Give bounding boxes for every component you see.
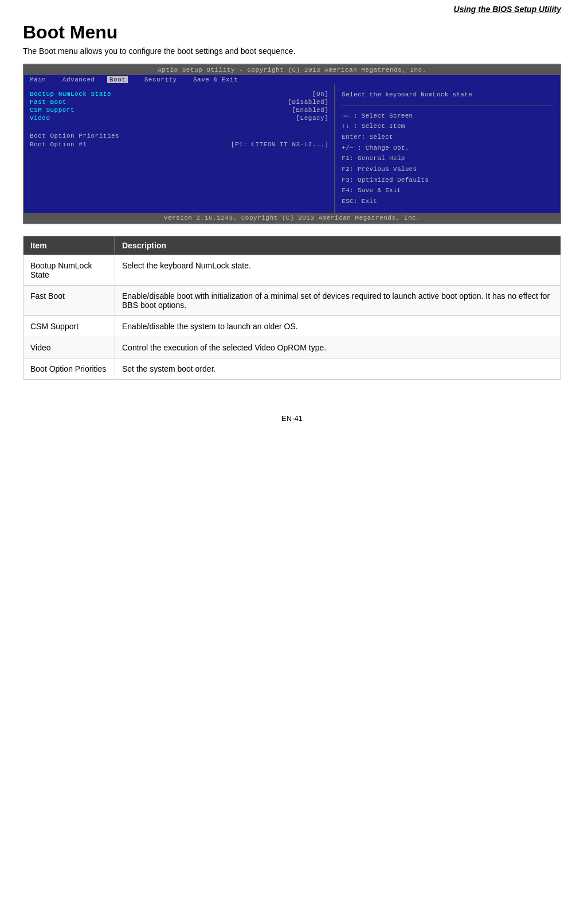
- menu-main: Main: [30, 76, 58, 83]
- page-title: Boot Menu: [23, 22, 561, 43]
- menu-save-exit: Save & Exit: [193, 76, 238, 83]
- nav-esc: ESC: Exit: [342, 196, 553, 207]
- page-number: EN-41: [281, 414, 303, 423]
- bios-divider: [342, 106, 553, 106]
- bios-footer: Version 2.16.1243. Copyright (C) 2013 Am…: [24, 213, 560, 223]
- nav-f4: F4: Save & Exit: [342, 185, 553, 196]
- bios-row-fastboot: Fast Boot [Disabled]: [30, 98, 328, 106]
- numlock-value: [On]: [312, 91, 328, 98]
- table-cell-item: Fast Boot: [23, 285, 115, 315]
- bios-section-boot-priorities: Boot Option Priorities: [30, 132, 328, 139]
- nav-f1: F1: General Help: [342, 153, 553, 164]
- col-item-header: Item: [23, 236, 115, 255]
- nav-change-opt: +/− : Change Opt.: [342, 143, 553, 154]
- nav-f2: F2: Previous Values: [342, 164, 553, 175]
- table-cell-description: Enable/disable the system to launch an o…: [115, 315, 561, 337]
- nav-enter: Enter: Select: [342, 132, 553, 143]
- menu-security: Security: [132, 76, 189, 83]
- table-row: Fast BootEnable/disable boot with initia…: [23, 285, 561, 315]
- bios-menu-bar: Main Advanced Boot Security Save & Exit: [24, 75, 560, 84]
- video-value: [Legacy]: [296, 115, 328, 122]
- page-footer: EN-41: [23, 414, 561, 423]
- video-label: Video: [30, 115, 50, 122]
- bios-right-panel: Select the keyboard NumLock state →← : S…: [335, 84, 560, 213]
- table-cell-item: CSM Support: [23, 315, 115, 337]
- nav-select-item: ↑↓ : Select Item: [342, 121, 553, 132]
- menu-advanced: Advanced: [62, 76, 103, 83]
- bios-left-panel: Bootup NumLock State [On] Fast Boot [Dis…: [24, 84, 335, 213]
- bios-body: Bootup NumLock State [On] Fast Boot [Dis…: [24, 84, 560, 213]
- bios-row-numlock: Bootup NumLock State [On]: [30, 90, 328, 98]
- info-table: Item Description Bootup NumLock StateSel…: [23, 236, 561, 380]
- table-row: CSM SupportEnable/disable the system to …: [23, 315, 561, 337]
- numlock-label: Bootup NumLock State: [30, 91, 111, 98]
- bios-row-boot-option1: Boot Option #1 [P1: LITEON IT N3-L2...]: [30, 141, 328, 149]
- table-cell-description: Select the keyboard NumLock state.: [115, 255, 561, 285]
- page-subtitle: The Boot menu allows you to configure th…: [23, 46, 561, 56]
- table-cell-item: Boot Option Priorities: [23, 358, 115, 379]
- table-cell-description: Control the execution of the selected Vi…: [115, 337, 561, 358]
- bios-title-bar: Aptio Setup Utility - Copyright (C) 2013…: [24, 65, 560, 75]
- bios-help-text: Select the keyboard NumLock state: [342, 90, 553, 100]
- bios-row-csm: CSM Support [Enabled]: [30, 106, 328, 114]
- table-row: Bootup NumLock StateSelect the keyboard …: [23, 255, 561, 285]
- menu-boot: Boot: [107, 76, 128, 83]
- csm-label: CSM Support: [30, 107, 75, 114]
- bios-row-video: Video [Legacy]: [30, 114, 328, 122]
- fastboot-label: Fast Boot: [30, 99, 66, 106]
- boot-option1-label: Boot Option #1: [30, 141, 87, 148]
- table-cell-description: Enable/disable boot with initialization …: [115, 285, 561, 315]
- col-description-header: Description: [115, 236, 561, 255]
- table-cell-description: Set the system boot order.: [115, 358, 561, 379]
- page-header: Using the BIOS Setup Utility: [23, 0, 561, 16]
- table-header-row: Item Description: [23, 236, 561, 255]
- nav-select-screen: →← : Select Screen: [342, 111, 553, 122]
- csm-value: [Enabled]: [292, 107, 328, 114]
- bios-nav-help: →← : Select Screen ↑↓ : Select Item Ente…: [342, 111, 553, 207]
- boot-option1-value: [P1: LITEON IT N3-L2...]: [231, 141, 328, 148]
- fastboot-value: [Disabled]: [288, 99, 328, 106]
- header-title: Using the BIOS Setup Utility: [454, 5, 561, 14]
- bios-screenshot: Aptio Setup Utility - Copyright (C) 2013…: [23, 64, 561, 224]
- table-cell-item: Bootup NumLock State: [23, 255, 115, 285]
- table-row: VideoControl the execution of the select…: [23, 337, 561, 358]
- table-row: Boot Option PrioritiesSet the system boo…: [23, 358, 561, 379]
- table-cell-item: Video: [23, 337, 115, 358]
- nav-f3: F3: Optimized Defaults: [342, 175, 553, 186]
